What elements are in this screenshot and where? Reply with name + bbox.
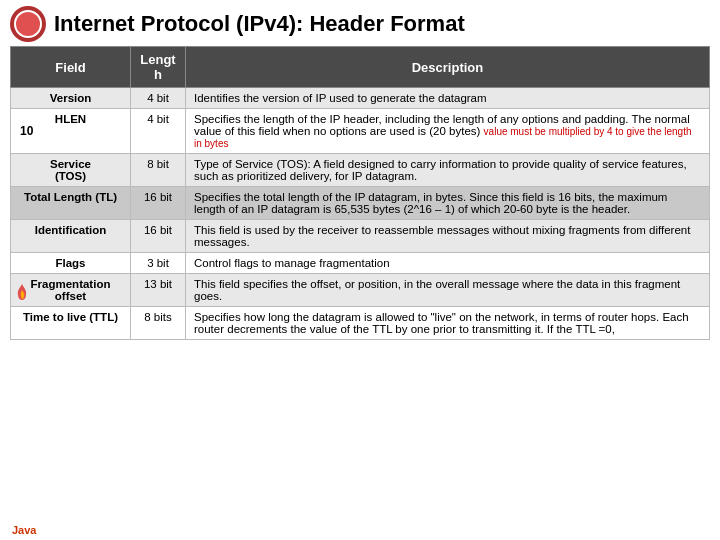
desc-ttl: Specifies how long the datagram is allow… [186,307,710,340]
table-row: HLEN 4 bit Specifies the length of the I… [11,109,710,154]
field-flags: Flags [11,253,131,274]
desc-total-length: Specifies the total length of the IP dat… [186,187,710,220]
field-version: Version [11,88,131,109]
java-logo: Java [12,524,36,536]
row-number: 10 [20,124,33,138]
length-total-length: 16 bit [131,187,186,220]
length-version: 4 bit [131,88,186,109]
length-fragmentation: 13 bit [131,274,186,307]
header: Internet Protocol (IPv4): Header Format [0,0,720,46]
table-container: 10 Field Length Description Version 4 bi… [10,46,710,340]
col-description: Description [186,47,710,88]
desc-tos: Type of Service (TOS): A field designed … [186,154,710,187]
length-identification: 16 bit [131,220,186,253]
page-title: Internet Protocol (IPv4): Header Format [54,11,465,37]
length-hlen: 4 bit [131,109,186,154]
logo [10,6,46,42]
header-table: Field Length Description Version 4 bit I… [10,46,710,340]
java-label: Java [12,524,36,536]
hlen-red-note: value must be multiplied by 4 to give th… [194,126,692,149]
logo-inner [14,10,42,38]
table-row: Version 4 bit Identifies the version of … [11,88,710,109]
length-flags: 3 bit [131,253,186,274]
col-field: Field [11,47,131,88]
desc-flags: Control flags to manage fragmentation [186,253,710,274]
field-identification: Identification [11,220,131,253]
desc-fragmentation: This field specifies the offset, or posi… [186,274,710,307]
field-tos: Service(TOS) [11,154,131,187]
table-row: Fragmentationoffset 13 bit This field sp… [11,274,710,307]
page: Internet Protocol (IPv4): Header Format … [0,0,720,540]
field-total-length: Total Length (TL) [11,187,131,220]
table-header-row: Field Length Description [11,47,710,88]
length-ttl: 8 bits [131,307,186,340]
field-ttl: Time to live (TTL) [11,307,131,340]
table-row: Total Length (TL) 16 bit Specifies the t… [11,187,710,220]
length-tos: 8 bit [131,154,186,187]
desc-hlen: Specifies the length of the IP header, i… [186,109,710,154]
table-row: Identification 16 bit This field is used… [11,220,710,253]
table-row: Time to live (TTL) 8 bits Specifies how … [11,307,710,340]
col-length: Length [131,47,186,88]
field-fragmentation: Fragmentationoffset [11,274,131,307]
java-flame-icon [13,282,31,304]
table-row: Service(TOS) 8 bit Type of Service (TOS)… [11,154,710,187]
desc-version: Identifies the version of IP used to gen… [186,88,710,109]
desc-identification: This field is used by the receiver to re… [186,220,710,253]
table-row: Flags 3 bit Control flags to manage frag… [11,253,710,274]
